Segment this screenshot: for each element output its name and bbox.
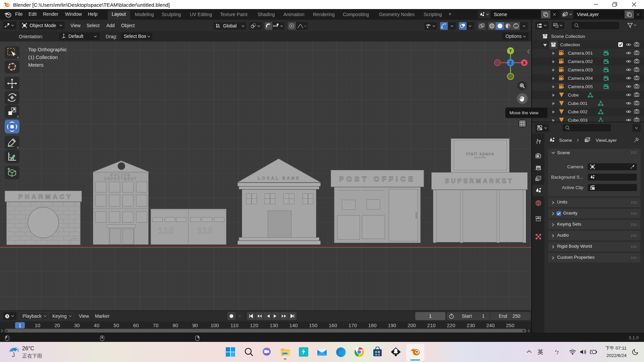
svg-text:X: X xyxy=(523,61,526,65)
svg-text:LOCAL BANK: LOCAL BANK xyxy=(258,176,300,181)
svg-text:Z: Z xyxy=(509,61,512,65)
svg-text:Y: Y xyxy=(509,49,512,53)
